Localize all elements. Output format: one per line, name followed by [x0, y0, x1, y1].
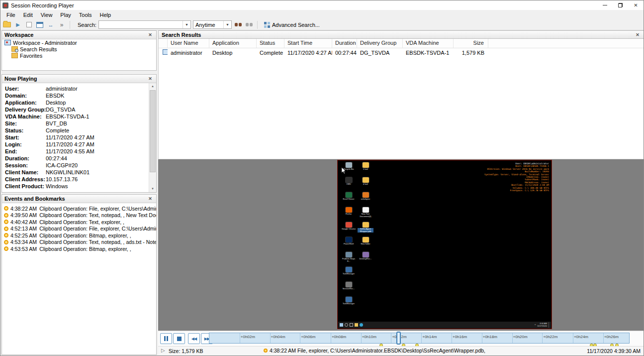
timeline-seekbar[interactable]: +0h02m+0h04m+0h06m+0h08m+0h10m+0h12m+0h1… — [209, 333, 630, 344]
column-header-application[interactable]: Application — [209, 39, 257, 48]
tree-root-workspace[interactable]: Workspace - Administrator — [2, 39, 156, 46]
desktop-icon-new-text-document-4[interactable]: New Text Document(4) — [358, 207, 373, 218]
timeline-marker-label: +0h14m — [422, 335, 437, 339]
toolbar-overflow-chevron[interactable]: » — [57, 20, 66, 29]
event-desc: Clipboard Operation: Text, notepad, , ad… — [39, 239, 156, 245]
event-item[interactable]: 4:53:34 AMClipboard Operation: Text, not… — [2, 239, 156, 246]
desktop-icon-recycle-bin[interactable]: Recycle Bin — [341, 162, 357, 171]
tree-item-search-results[interactable]: Search Results — [9, 46, 156, 52]
scroll-down-icon[interactable]: ▼ — [149, 186, 156, 192]
task-view-icon[interactable] — [350, 323, 353, 327]
desktop-icon-excel-viewer[interactable]: Excel Viewer — [341, 192, 357, 201]
toolbar-separator — [257, 21, 258, 29]
column-header-vda-machine[interactable]: VDA Machine — [403, 39, 454, 48]
chevron-down-icon[interactable]: ▼ — [183, 21, 190, 28]
desktop-icon-sessionrec[interactable]: SessionRec... — [341, 282, 357, 290]
timeline-slider-handle[interactable] — [396, 332, 401, 345]
menu-help[interactable]: Help — [95, 11, 115, 19]
desktop-icon-image — [346, 177, 352, 183]
desktop-icon-label: Recycle Bin — [341, 168, 357, 171]
chevron-down-icon[interactable]: ▼ — [223, 21, 231, 28]
desktop-icon-desktoprec[interactable]: DesktopRec... — [358, 252, 373, 260]
desktop-icon-d-tool[interactable]: d tool — [358, 177, 373, 186]
restore-button[interactable] — [613, 0, 628, 10]
now-playing-row: Start:11/17/2020 4:27 AM — [5, 134, 156, 141]
events-close-icon[interactable]: ✕ — [147, 196, 154, 201]
desktop-icon-google-chrome[interactable]: Google Chrome — [341, 222, 357, 231]
field-value: Windows — [46, 183, 68, 190]
time-filter-combobox[interactable]: Anytime ▼ — [193, 20, 232, 29]
column-header-user-name[interactable]: User Name — [168, 39, 209, 48]
event-item[interactable]: 4:52:25 AMClipboard Operation: Bitmap, e… — [2, 232, 156, 239]
scrollbar-thumb[interactable] — [150, 90, 156, 172]
event-item[interactable]: 4:40:42 AMClipboard Operation: Text, exp… — [2, 219, 156, 226]
rewind-button[interactable]: ◀◀ — [188, 333, 200, 344]
desktop-icon-label: antialigner — [358, 198, 373, 201]
close-button[interactable]: ✕ — [628, 0, 644, 10]
result-row[interactable]: administratorDesktopComplete11/17/2020 4… — [159, 48, 644, 57]
column-header-size[interactable]: Size — [454, 39, 488, 48]
menu-file[interactable]: File — [2, 11, 19, 19]
now-playing-close-icon[interactable]: ✕ — [147, 76, 154, 81]
scroll-up-icon[interactable]: ▲ — [149, 83, 156, 90]
desktop-icon-image — [363, 162, 369, 168]
desktop-icon-it-tool[interactable]: it tool — [358, 162, 373, 171]
pause-button[interactable] — [160, 333, 172, 344]
workspace-close-icon[interactable]: ✕ — [147, 32, 154, 37]
taskbar-search-icon[interactable] — [345, 323, 348, 327]
column-header-delivery-group[interactable]: Delivery Group — [357, 39, 403, 48]
now-playing-scrollbar[interactable]: ▲ ▼ — [149, 83, 156, 192]
play-button[interactable]: ▶ — [13, 20, 22, 29]
search-combobox[interactable]: ▼ — [98, 20, 191, 29]
field-label: Status: — [5, 127, 46, 134]
minimize-button[interactable] — [597, 0, 613, 10]
desktop-icon-ssrecagent-wrapper-pdb[interactable]: SsRecAgent Wrapper.pdb — [358, 222, 373, 233]
search-results-close-icon[interactable]: ✕ — [634, 32, 641, 37]
event-item[interactable]: 4:52:13 AMClipboard Operation: File, exp… — [2, 226, 156, 233]
column-header-start-time[interactable]: Start Time — [284, 39, 332, 48]
desktop-icon-taskmanager[interactable]: TaskManager — [341, 267, 357, 275]
now-playing-row: Duration:00:27:44 — [5, 155, 156, 162]
field-value: 11/17/2020 4:27 AM — [46, 141, 94, 148]
pan-button[interactable]: ↔ — [46, 20, 55, 29]
search-disabled-button[interactable] — [245, 20, 254, 29]
event-item[interactable]: 4:39:50 AMClipboard Operation: Text, not… — [2, 212, 156, 219]
menu-view[interactable]: View — [37, 11, 57, 19]
menu-play[interactable]: Play — [56, 11, 75, 19]
column-header-duration[interactable]: Duration — [332, 39, 357, 48]
tray-chevron-icon[interactable]: ^ — [535, 324, 536, 327]
stop-button[interactable] — [173, 333, 185, 344]
start-button[interactable] — [340, 323, 343, 327]
event-dot-icon — [4, 220, 8, 224]
edge-icon[interactable] — [360, 323, 363, 327]
playback-controls: ◀◀ ▶▶ +0h02m+0h04m+0h06m+0h08m+0h10m+0h1… — [158, 331, 644, 346]
player-window-button[interactable] — [35, 20, 44, 29]
menu-edit[interactable]: Edit — [19, 11, 37, 19]
stop-frame-button[interactable] — [24, 20, 33, 29]
workspace-tree: Workspace - Administrator Search Results… — [2, 39, 156, 70]
desktop-icon-powershell[interactable]: PowerShell — [341, 237, 357, 245]
desktop-icon-taskmanager[interactable]: TaskManager — [341, 297, 357, 305]
advanced-search-button[interactable]: Advanced Search... — [261, 21, 323, 28]
desktop-icon-antialigner[interactable]: antialigner — [358, 192, 373, 201]
search-button[interactable] — [234, 20, 243, 29]
timeline-tick — [421, 333, 422, 343]
open-file-button[interactable] — [2, 20, 11, 29]
desktop-icon-problem-steps-r[interactable]: Problem Steps R... — [341, 252, 357, 262]
menu-tools[interactable]: Tools — [75, 11, 96, 19]
desktop-icon-firefox[interactable]: Firefox — [341, 207, 357, 216]
pause-icon — [164, 336, 166, 341]
desktop-icon-new-folder[interactable]: New folder — [358, 237, 373, 245]
desktop-icon-cmd[interactable]: CMD — [341, 177, 357, 186]
timeline-tick — [300, 333, 300, 343]
event-item[interactable]: 4:53:53 AMClipboard Operation: Bitmap, e… — [2, 245, 156, 252]
field-value: 10.157.13.76 — [46, 176, 78, 183]
field-value: DG_TSVDA — [46, 106, 75, 113]
show-desktop-button[interactable] — [549, 322, 550, 328]
advanced-search-label: Advanced Search... — [272, 22, 320, 28]
column-header-status[interactable]: Status — [257, 39, 284, 48]
field-label: Login: — [5, 141, 46, 148]
file-explorer-icon[interactable] — [355, 323, 358, 327]
tree-item-favorites[interactable]: Favorites — [9, 52, 156, 59]
event-item[interactable]: 4:38:22 AMClipboard Operation: File, exp… — [2, 205, 156, 212]
